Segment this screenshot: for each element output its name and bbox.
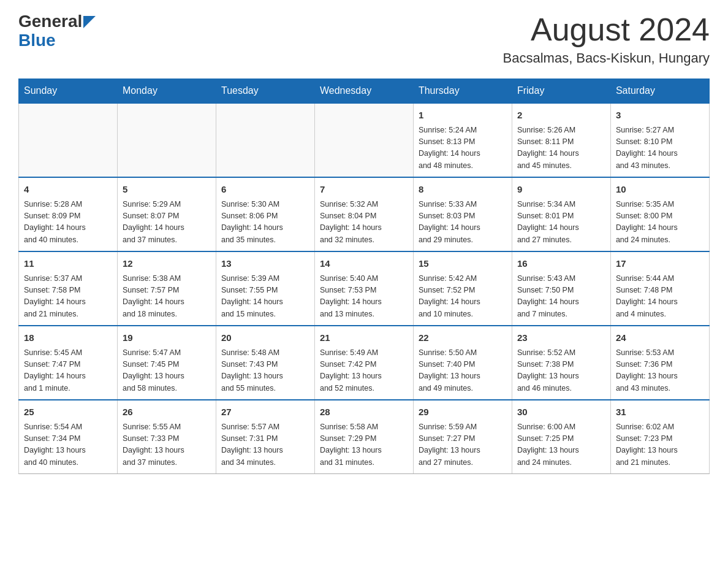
day-number: 4 [24, 183, 112, 197]
day-info: Sunrise: 5:40 AMSunset: 7:53 PMDaylight:… [320, 273, 408, 321]
day-info: Sunrise: 5:27 AMSunset: 8:10 PMDaylight:… [616, 124, 704, 172]
day-number: 16 [517, 257, 605, 271]
day-info: Sunrise: 6:02 AMSunset: 7:23 PMDaylight:… [616, 421, 704, 469]
day-number: 5 [123, 183, 211, 197]
svg-marker-0 [83, 16, 96, 28]
day-number: 17 [616, 257, 704, 271]
day-info: Sunrise: 5:57 AMSunset: 7:31 PMDaylight:… [221, 421, 309, 469]
calendar-cell: 28Sunrise: 5:58 AMSunset: 7:29 PMDayligh… [314, 400, 413, 474]
day-info: Sunrise: 5:44 AMSunset: 7:48 PMDaylight:… [616, 273, 704, 321]
weekday-header-saturday: Saturday [610, 79, 709, 104]
day-info: Sunrise: 5:24 AMSunset: 8:13 PMDaylight:… [419, 124, 507, 172]
calendar-cell: 13Sunrise: 5:39 AMSunset: 7:55 PMDayligh… [216, 251, 314, 326]
day-info: Sunrise: 5:52 AMSunset: 7:38 PMDaylight:… [517, 347, 605, 395]
page-header: General Blue August 2024 Bacsalmas, Bacs… [18, 12, 710, 66]
logo: General Blue [18, 12, 96, 50]
day-number: 15 [419, 257, 507, 271]
weekday-header-tuesday: Tuesday [216, 79, 314, 104]
month-title: August 2024 [503, 12, 710, 47]
calendar-cell: 27Sunrise: 5:57 AMSunset: 7:31 PMDayligh… [216, 400, 314, 474]
day-info: Sunrise: 5:58 AMSunset: 7:29 PMDaylight:… [320, 421, 408, 469]
day-info: Sunrise: 5:38 AMSunset: 7:57 PMDaylight:… [123, 273, 211, 321]
calendar-cell: 25Sunrise: 5:54 AMSunset: 7:34 PMDayligh… [19, 400, 118, 474]
weekday-header-sunday: Sunday [19, 79, 118, 104]
calendar-cell: 29Sunrise: 5:59 AMSunset: 7:27 PMDayligh… [413, 400, 512, 474]
calendar-week-row: 11Sunrise: 5:37 AMSunset: 7:58 PMDayligh… [19, 251, 710, 326]
day-number: 20 [221, 331, 309, 345]
weekday-header-wednesday: Wednesday [314, 79, 413, 104]
day-info: Sunrise: 5:29 AMSunset: 8:07 PMDaylight:… [123, 199, 211, 247]
day-info: Sunrise: 5:34 AMSunset: 8:01 PMDaylight:… [517, 199, 605, 247]
day-info: Sunrise: 5:39 AMSunset: 7:55 PMDaylight:… [221, 273, 309, 321]
day-number: 11 [24, 257, 112, 271]
calendar-cell: 14Sunrise: 5:40 AMSunset: 7:53 PMDayligh… [314, 251, 413, 326]
calendar-cell: 6Sunrise: 5:30 AMSunset: 8:06 PMDaylight… [216, 177, 314, 251]
calendar-cell: 11Sunrise: 5:37 AMSunset: 7:58 PMDayligh… [19, 251, 118, 326]
day-info: Sunrise: 5:32 AMSunset: 8:04 PMDaylight:… [320, 199, 408, 247]
day-info: Sunrise: 5:43 AMSunset: 7:50 PMDaylight:… [517, 273, 605, 321]
day-number: 19 [123, 331, 211, 345]
weekday-header-row: SundayMondayTuesdayWednesdayThursdayFrid… [19, 79, 710, 104]
weekday-header-monday: Monday [117, 79, 216, 104]
day-number: 18 [24, 331, 112, 345]
calendar-week-row: 1Sunrise: 5:24 AMSunset: 8:13 PMDaylight… [19, 103, 710, 177]
calendar-cell: 8Sunrise: 5:33 AMSunset: 8:03 PMDaylight… [413, 177, 512, 251]
day-info: Sunrise: 5:48 AMSunset: 7:43 PMDaylight:… [221, 347, 309, 395]
calendar-cell: 17Sunrise: 5:44 AMSunset: 7:48 PMDayligh… [610, 251, 709, 326]
calendar-cell: 7Sunrise: 5:32 AMSunset: 8:04 PMDaylight… [314, 177, 413, 251]
day-info: Sunrise: 5:33 AMSunset: 8:03 PMDaylight:… [419, 199, 507, 247]
day-number: 9 [517, 183, 605, 197]
day-number: 13 [221, 257, 309, 271]
logo-general-text: General [18, 12, 82, 31]
day-info: Sunrise: 5:30 AMSunset: 8:06 PMDaylight:… [221, 199, 309, 247]
location-text: Bacsalmas, Bacs-Kiskun, Hungary [503, 50, 710, 66]
day-number: 12 [123, 257, 211, 271]
day-number: 22 [419, 331, 507, 345]
day-number: 28 [320, 405, 408, 419]
day-number: 30 [517, 405, 605, 419]
day-info: Sunrise: 6:00 AMSunset: 7:25 PMDaylight:… [517, 421, 605, 469]
day-number: 21 [320, 331, 408, 345]
calendar-cell: 3Sunrise: 5:27 AMSunset: 8:10 PMDaylight… [610, 103, 709, 177]
day-info: Sunrise: 5:26 AMSunset: 8:11 PMDaylight:… [517, 124, 605, 172]
calendar-cell: 10Sunrise: 5:35 AMSunset: 8:00 PMDayligh… [610, 177, 709, 251]
day-number: 3 [616, 109, 704, 123]
day-info: Sunrise: 5:53 AMSunset: 7:36 PMDaylight:… [616, 347, 704, 395]
day-info: Sunrise: 5:54 AMSunset: 7:34 PMDaylight:… [24, 421, 112, 469]
calendar-cell: 19Sunrise: 5:47 AMSunset: 7:45 PMDayligh… [117, 326, 216, 400]
weekday-header-thursday: Thursday [413, 79, 512, 104]
calendar-week-row: 18Sunrise: 5:45 AMSunset: 7:47 PMDayligh… [19, 326, 710, 400]
day-info: Sunrise: 5:28 AMSunset: 8:09 PMDaylight:… [24, 199, 112, 247]
calendar-cell: 23Sunrise: 5:52 AMSunset: 7:38 PMDayligh… [512, 326, 610, 400]
calendar-cell: 2Sunrise: 5:26 AMSunset: 8:11 PMDaylight… [512, 103, 610, 177]
calendar-cell: 4Sunrise: 5:28 AMSunset: 8:09 PMDaylight… [19, 177, 118, 251]
calendar-cell: 5Sunrise: 5:29 AMSunset: 8:07 PMDaylight… [117, 177, 216, 251]
calendar-cell [314, 103, 413, 177]
day-number: 25 [24, 405, 112, 419]
calendar-cell [19, 103, 118, 177]
day-number: 6 [221, 183, 309, 197]
day-number: 8 [419, 183, 507, 197]
day-info: Sunrise: 5:55 AMSunset: 7:33 PMDaylight:… [123, 421, 211, 469]
day-info: Sunrise: 5:45 AMSunset: 7:47 PMDaylight:… [24, 347, 112, 395]
day-number: 7 [320, 183, 408, 197]
calendar-cell: 1Sunrise: 5:24 AMSunset: 8:13 PMDaylight… [413, 103, 512, 177]
calendar-cell [216, 103, 314, 177]
day-info: Sunrise: 5:49 AMSunset: 7:42 PMDaylight:… [320, 347, 408, 395]
day-info: Sunrise: 5:37 AMSunset: 7:58 PMDaylight:… [24, 273, 112, 321]
day-info: Sunrise: 5:59 AMSunset: 7:27 PMDaylight:… [419, 421, 507, 469]
calendar-cell: 20Sunrise: 5:48 AMSunset: 7:43 PMDayligh… [216, 326, 314, 400]
calendar-cell: 12Sunrise: 5:38 AMSunset: 7:57 PMDayligh… [117, 251, 216, 326]
calendar-cell [117, 103, 216, 177]
calendar-week-row: 25Sunrise: 5:54 AMSunset: 7:34 PMDayligh… [19, 400, 710, 474]
day-number: 14 [320, 257, 408, 271]
calendar-cell: 24Sunrise: 5:53 AMSunset: 7:36 PMDayligh… [610, 326, 709, 400]
calendar-cell: 26Sunrise: 5:55 AMSunset: 7:33 PMDayligh… [117, 400, 216, 474]
calendar-cell: 9Sunrise: 5:34 AMSunset: 8:01 PMDaylight… [512, 177, 610, 251]
day-info: Sunrise: 5:35 AMSunset: 8:00 PMDaylight:… [616, 199, 704, 247]
calendar-week-row: 4Sunrise: 5:28 AMSunset: 8:09 PMDaylight… [19, 177, 710, 251]
day-info: Sunrise: 5:42 AMSunset: 7:52 PMDaylight:… [419, 273, 507, 321]
day-number: 1 [419, 109, 507, 123]
day-number: 31 [616, 405, 704, 419]
calendar-cell: 21Sunrise: 5:49 AMSunset: 7:42 PMDayligh… [314, 326, 413, 400]
